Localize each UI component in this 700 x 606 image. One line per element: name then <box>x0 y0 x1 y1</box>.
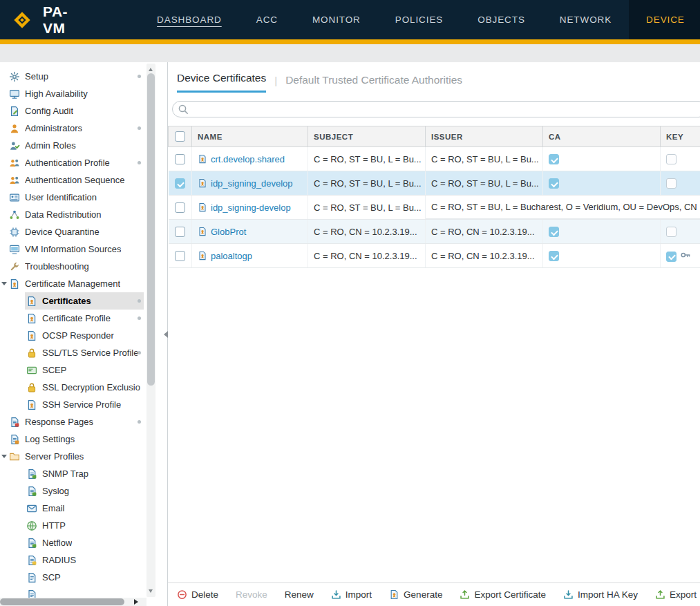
scroll-right-arrow-icon[interactable] <box>134 599 141 605</box>
sidebar-item-ssl-decryption-exclusio[interactable]: SSL Decryption Exclusio <box>0 379 146 396</box>
cert-row-idp-signing-develop[interactable]: idp_signing-developC = RO, ST = BU, L = … <box>169 196 700 220</box>
row-select-checkbox[interactable] <box>175 251 185 261</box>
column-header-key[interactable]: KEY <box>661 126 700 147</box>
sidebar-item-snmp-trap[interactable]: SNMP Trap <box>0 465 146 482</box>
sidebar-item-ssl-tls-service-profile[interactable]: SSL/TLS Service Profile <box>0 344 146 361</box>
import-icon <box>563 589 574 600</box>
sidebar-item-scep[interactable]: SCEP <box>0 361 146 379</box>
certificate-name-link[interactable]: idp_signing-develop <box>211 202 291 213</box>
sidebar-item-label: Certificates <box>42 296 91 306</box>
sidebar-item-config-audit[interactable]: Config Audit <box>0 102 146 120</box>
nav-item-device[interactable]: DEVICE <box>629 0 700 39</box>
caret-slot <box>1 240 9 258</box>
scroll-down-arrow-icon[interactable] <box>149 589 153 595</box>
nav-item-policies[interactable]: POLICIES <box>378 0 460 39</box>
sidebar-horizontal-scrollbar[interactable] <box>0 598 146 606</box>
sidebar-item-admin-roles[interactable]: Admin Roles <box>0 137 146 154</box>
ca-flag-checkbox <box>549 227 559 237</box>
screen2-icon <box>9 244 20 255</box>
sidebar-item-syslog[interactable]: Syslog <box>0 482 146 500</box>
column-header-ca[interactable]: CA <box>543 126 661 147</box>
nav-item-network[interactable]: NETWORK <box>542 0 629 39</box>
row-select-checkbox[interactable] <box>175 154 185 164</box>
toolbar-renew-button[interactable]: Renew <box>285 589 314 600</box>
toolbar-export-button[interactable]: Export <box>655 589 697 600</box>
certificate-search-input[interactable] <box>172 101 700 117</box>
sidebar-item-http[interactable]: HTTP <box>0 517 146 534</box>
main-content: Device Certificates | Default Trusted Ce… <box>167 62 700 606</box>
status-dot-icon <box>138 299 141 303</box>
sidebar-item-ssh-service-profile[interactable]: SSH Service Profile <box>0 396 146 413</box>
toolbar-revoke-button[interactable]: Revoke <box>236 589 267 600</box>
sidebar-item-troubleshooting[interactable]: Troubleshooting <box>0 258 146 275</box>
column-header-subject[interactable]: SUBJECT <box>308 126 426 147</box>
sidebar-item-response-pages[interactable]: Response Pages <box>0 413 146 430</box>
expand-caret-icon[interactable] <box>1 448 9 465</box>
toolbar-import-button[interactable]: Import <box>331 589 372 600</box>
person-check-icon <box>9 140 20 151</box>
sidebar-item-scp[interactable]: SCP <box>0 569 146 586</box>
toolbar-delete-button[interactable]: Delete <box>177 589 218 600</box>
sidebar-collapse-handle[interactable] <box>160 330 166 339</box>
sidebar-vertical-scrollbar[interactable] <box>146 64 155 597</box>
sidebar-item-certificate-management[interactable]: Certificate Management <box>0 275 146 292</box>
expand-caret-icon[interactable] <box>1 275 9 292</box>
sidebar-item-setup[interactable]: Setup <box>0 68 146 85</box>
column-header-name[interactable]: NAME <box>192 126 308 147</box>
cert-row-paloaltogp[interactable]: paloaltogpC = RO, CN = 10.2.3.19...C = R… <box>169 244 700 268</box>
sidebar-item-email[interactable]: Email <box>0 500 146 517</box>
tab-device-certificates[interactable]: Device Certificates <box>177 72 266 93</box>
sidebar-item-authentication-profile[interactable]: Authentication Profile <box>0 154 146 171</box>
sidebar-item-administrators[interactable]: Administrators <box>0 120 146 137</box>
sidebar-item-label: Device Quarantine <box>25 227 100 237</box>
table-header-row: NAME SUBJECT ISSUER CA KEY <box>169 126 700 147</box>
toolbar-generate-button[interactable]: Generate <box>389 589 442 600</box>
cert-icon <box>198 227 207 236</box>
sidebar-item-radius[interactable]: RADIUS <box>0 551 146 569</box>
issuer-cell: C = RO, ST = BU, L = Bu... <box>426 147 543 171</box>
sidebar-item-data-redistribution[interactable]: Data Redistribution <box>0 206 146 223</box>
column-header-issuer[interactable]: ISSUER <box>426 126 543 147</box>
nav-item-objects[interactable]: OBJECTS <box>460 0 542 39</box>
subject-cell: C = RO, CN = 10.2.3.19... <box>308 220 426 244</box>
nav-item-acc[interactable]: ACC <box>239 0 295 39</box>
cert-row-idp-signing-develop[interactable]: idp_signing_developC = RO, ST = BU, L = … <box>169 171 700 196</box>
nav-item-dashboard[interactable]: DASHBOARD <box>140 0 239 39</box>
select-all-checkbox[interactable] <box>175 131 185 142</box>
sidebar-item-vm-information-sources[interactable]: VM Information Sources <box>0 240 146 258</box>
caret-slot <box>1 68 9 85</box>
sidebar-item-high-availability[interactable]: High Availability <box>0 85 146 102</box>
cert-icon <box>389 589 399 600</box>
sidebar-item-authentication-sequence[interactable]: Authentication Sequence <box>0 171 146 189</box>
page-s-icon <box>26 486 37 497</box>
certificate-name-link[interactable]: crt.develop.shared <box>211 154 285 164</box>
certificate-name-link[interactable]: GlobProt <box>211 227 246 237</box>
sidebar-item-netflow[interactable]: Netflow <box>0 534 146 551</box>
toolbar-export-certificate-button[interactable]: Export Certificate <box>460 589 546 600</box>
key-flag-checkbox <box>666 178 677 189</box>
vertical-scroll-thumb[interactable] <box>147 73 155 386</box>
certificate-name-link[interactable]: idp_signing_develop <box>211 178 293 189</box>
cert-row-globprot[interactable]: GlobProtC = RO, CN = 10.2.3.19...C = RO,… <box>169 220 700 244</box>
nav-item-monitor[interactable]: MONITOR <box>295 0 378 39</box>
row-select-checkbox[interactable] <box>175 227 185 237</box>
sidebar-item-certificate-profile[interactable]: Certificate Profile <box>0 310 146 327</box>
sidebar-item-ocsp-responder[interactable]: OCSP Responder <box>0 327 146 344</box>
sidebar-item-server-profiles[interactable]: Server Profiles <box>0 448 146 465</box>
brand[interactable]: PA-VM <box>0 0 68 39</box>
row-select-checkbox[interactable] <box>175 178 185 189</box>
sidebar-item-device-quarantine[interactable]: Device Quarantine <box>0 223 146 240</box>
sidebar-item-label: Administrators <box>25 123 82 133</box>
sidebar-item-user-identification[interactable]: User Identification <box>0 189 146 206</box>
toolbar-import-ha-key-button[interactable]: Import HA Key <box>563 589 638 600</box>
sidebar-item-log-settings[interactable]: Log Settings <box>0 430 146 448</box>
tab-default-trusted-certificate-authorities[interactable]: Default Trusted Certificate Authorities <box>285 74 462 93</box>
certificate-name-link[interactable]: paloaltogp <box>211 251 252 261</box>
cert-icon <box>198 251 207 261</box>
cert-row-crt-develop-shared[interactable]: crt.develop.sharedC = RO, ST = BU, L = B… <box>169 147 700 171</box>
sidebar-item-certificates[interactable]: Certificates <box>0 292 146 310</box>
horizontal-scroll-thumb[interactable] <box>0 598 124 605</box>
scroll-up-arrow-icon[interactable] <box>149 66 153 71</box>
issuer-cell: C = RO, ST = BU, L = Bu... <box>426 171 543 196</box>
row-select-checkbox[interactable] <box>175 202 185 213</box>
